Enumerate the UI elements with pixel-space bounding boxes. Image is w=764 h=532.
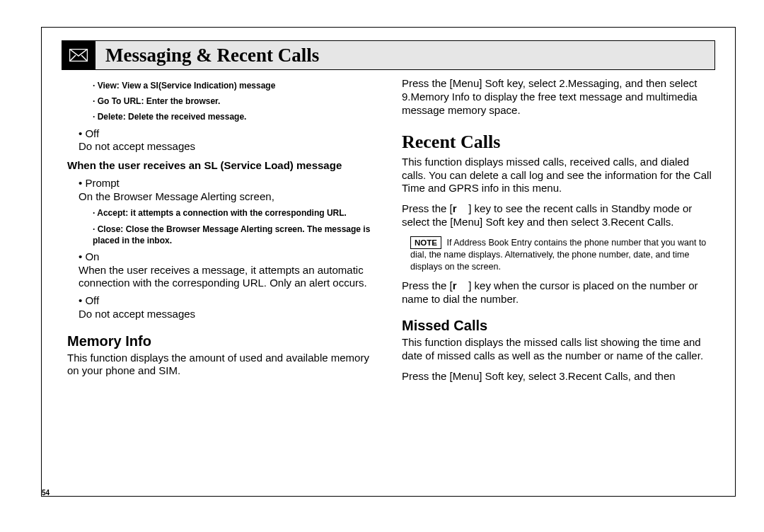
sub-bullet: · Accept: it attempts a connection with … <box>93 207 379 219</box>
page-number: 54 <box>42 489 50 498</box>
text: Press the [ <box>402 202 453 214</box>
page-frame: Messaging & Recent Calls · View: View a … <box>41 27 736 497</box>
section-title: Messaging & Recent Calls <box>96 45 319 66</box>
bullet-on: • On <box>79 250 379 264</box>
heading-recent-calls: Recent Calls <box>402 131 715 154</box>
body-text: Press the [r ] key when the cursor is pl… <box>402 279 715 306</box>
bullet-off: • Off <box>79 294 379 308</box>
sub-bullet: · Go To URL: Enter the browser. <box>93 96 379 107</box>
note-body: If Address Book Entry contains the phone… <box>410 238 706 272</box>
body-text: This function displays missed calls, rec… <box>402 156 715 195</box>
bullet-body: Do not accept messages <box>79 308 379 321</box>
bold-heading-sl: When the user receives an SL (Service Lo… <box>67 159 379 173</box>
heading-missed-calls: Missed Calls <box>402 317 715 335</box>
body-text: This function displays the missed calls … <box>402 336 715 363</box>
body-text: This function displays the amount of use… <box>67 352 379 378</box>
right-column: Press the [Menu] Soft key, select 2.Mess… <box>398 76 715 383</box>
bullet-body: Do not accept messages <box>79 140 379 154</box>
sub-bullet: · Delete: Delete the received message. <box>93 111 379 122</box>
bullet-body: When the user receives a message, it att… <box>79 264 379 291</box>
heading-memory-info: Memory Info <box>67 332 379 350</box>
left-column: · View: View a SI(Service Indication) me… <box>62 76 379 383</box>
sub-bullet: · View: View a SI(Service Indication) me… <box>93 80 379 91</box>
bullet-off: • Off <box>79 127 379 141</box>
text: Press the [ <box>402 279 453 291</box>
note-box: NOTE If Address Book Entry contains the … <box>410 236 715 272</box>
body-text: Press the [r ] key to see the recent cal… <box>402 202 715 229</box>
note-label: NOTE <box>410 236 441 250</box>
bullet-body: On the Browser Message Alerting screen, <box>79 190 379 204</box>
sub-bullet: · Close: Close the Browser Message Alert… <box>93 224 379 246</box>
envelope-icon <box>62 40 96 70</box>
body-text: Press the [Menu] Soft key, select 2.Mess… <box>402 77 715 117</box>
content-columns: · View: View a SI(Service Indication) me… <box>62 76 715 383</box>
bullet-prompt: • Prompt <box>79 177 379 190</box>
body-text: Press the [Menu] Soft key, select 3.Rece… <box>402 370 715 383</box>
section-header: Messaging & Recent Calls <box>62 40 715 70</box>
